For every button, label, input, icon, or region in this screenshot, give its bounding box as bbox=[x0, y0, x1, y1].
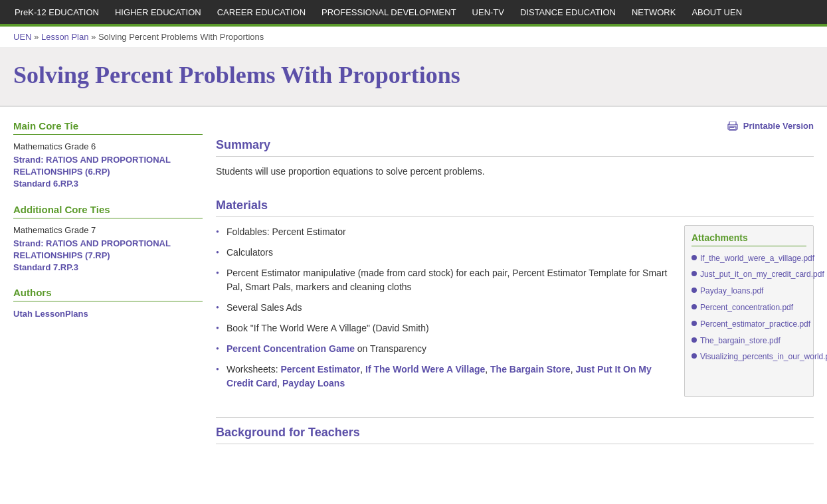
attachment-dot bbox=[691, 321, 697, 326]
attachment-dot bbox=[691, 337, 697, 343]
list-item: Book "If The World Were A Village" (Davi… bbox=[216, 321, 674, 335]
nav-item[interactable]: UEN-TV bbox=[464, 7, 512, 17]
nav-item[interactable]: HIGHER EDUCATION bbox=[107, 7, 209, 17]
list-item: Several Sales Ads bbox=[216, 301, 674, 315]
materials-section: Materials Foldables: Percent EstimatorCa… bbox=[216, 199, 814, 397]
additional-core-tie-grade: Mathematics Grade 7 bbox=[13, 225, 203, 235]
attachment-dot bbox=[691, 288, 697, 293]
author-link[interactable]: Utah LessonPlans bbox=[13, 308, 203, 320]
attachment-link[interactable]: Visualizing_percents_in_our_world.pdf bbox=[700, 351, 827, 363]
attachment-dot bbox=[691, 271, 697, 276]
list-item: Foldables: Percent Estimator bbox=[216, 225, 674, 239]
attachment-dot bbox=[691, 304, 697, 309]
list-item: Percent Estimator manipulative (made fro… bbox=[216, 266, 674, 294]
breadcrumb-current: Solving Percent Problems With Proportion… bbox=[98, 32, 264, 42]
attachment-link[interactable]: Just_put_it_on_my_credit_card.pdf bbox=[700, 269, 824, 280]
svg-rect-1 bbox=[729, 122, 736, 125]
additional-core-tie-standard-link[interactable]: Standard 7.RP.3 bbox=[13, 262, 203, 274]
attachment-item: Percent_estimator_practice.pdf bbox=[691, 319, 806, 330]
materials-link[interactable]: The Bargain Store bbox=[490, 364, 571, 375]
svg-rect-4 bbox=[730, 129, 735, 129]
nav-item[interactable]: ABOUT UEN bbox=[684, 7, 750, 17]
materials-list: Foldables: Percent EstimatorCalculatorsP… bbox=[216, 225, 674, 397]
background-for-teachers-header: Background for Teachers bbox=[216, 426, 814, 444]
attachment-link[interactable]: The_bargain_store.pdf bbox=[700, 335, 781, 347]
attachment-link[interactable]: Percent_concentration.pdf bbox=[700, 302, 793, 313]
attachments-box: Attachments If_the_world_were_a_village.… bbox=[684, 225, 814, 397]
attachment-item: The_bargain_store.pdf bbox=[691, 335, 806, 347]
summary-section: Summary Students will use proportion equ… bbox=[216, 138, 814, 179]
materials-link[interactable]: Percent Estimator bbox=[280, 364, 360, 375]
attachment-item: Visualizing_percents_in_our_world.pdf bbox=[691, 351, 806, 363]
printable-version-link[interactable]: Printable Version bbox=[727, 121, 814, 131]
nav-item[interactable]: CAREER EDUCATION bbox=[209, 7, 314, 17]
summary-header: Summary bbox=[216, 138, 814, 157]
top-navigation: PreK-12 EDUCATIONHIGHER EDUCATIONCAREER … bbox=[0, 0, 827, 24]
page-title: Solving Percent Problems With Proportion… bbox=[13, 61, 814, 89]
attachments-list: If_the_world_were_a_village.pdfJust_put_… bbox=[691, 253, 806, 363]
page-title-area: Solving Percent Problems With Proportion… bbox=[0, 48, 827, 107]
breadcrumb-lesson-plan-link[interactable]: Lesson Plan bbox=[41, 32, 89, 42]
attachment-item: Payday_loans.pdf bbox=[691, 286, 806, 297]
materials-header: Materials bbox=[216, 199, 814, 217]
main-core-tie-title: Main Core Tie bbox=[13, 120, 203, 135]
printable-version-label: Printable Version bbox=[743, 121, 814, 131]
nav-item[interactable]: PreK-12 EDUCATION bbox=[7, 7, 107, 17]
print-icon bbox=[727, 122, 738, 131]
svg-rect-2 bbox=[729, 127, 736, 130]
attachments-title: Attachments bbox=[691, 232, 806, 246]
nav-item[interactable]: NETWORK bbox=[624, 7, 684, 17]
attachment-link[interactable]: Percent_estimator_practice.pdf bbox=[700, 319, 810, 330]
sidebar: Main Core Tie Mathematics Grade 6 Strand… bbox=[13, 114, 203, 444]
content-area: Printable Version Summary Students will … bbox=[216, 114, 814, 444]
materials-link[interactable]: If The World Were A Village bbox=[365, 364, 485, 375]
authors-title: Authors bbox=[13, 287, 203, 301]
nav-item[interactable]: DISTANCE EDUCATION bbox=[512, 7, 624, 17]
list-item: Percent Concentration Game on Transparen… bbox=[216, 342, 674, 356]
svg-rect-3 bbox=[730, 127, 734, 128]
main-core-tie-strand-link[interactable]: Strand: RATIOS AND PROPORTIONAL RELATION… bbox=[13, 154, 203, 178]
attachment-item: Percent_concentration.pdf bbox=[691, 302, 806, 313]
materials-link[interactable]: Payday Loans bbox=[282, 378, 345, 388]
summary-text: Students will use proportion equations t… bbox=[216, 165, 814, 179]
breadcrumb-uen-link[interactable]: UEN bbox=[13, 32, 31, 42]
attachment-item: Just_put_it_on_my_credit_card.pdf bbox=[691, 269, 806, 280]
list-item: Calculators bbox=[216, 246, 674, 260]
main-core-tie-section: Main Core Tie Mathematics Grade 6 Strand… bbox=[13, 120, 203, 191]
additional-core-tie-strand-link[interactable]: Strand: RATIOS AND PROPORTIONAL RELATION… bbox=[13, 238, 203, 262]
main-core-tie-standard-link[interactable]: Standard 6.RP.3 bbox=[13, 178, 203, 190]
breadcrumb: UEN » Lesson Plan » Solving Percent Prob… bbox=[0, 27, 827, 48]
authors-section: Authors Utah LessonPlans bbox=[13, 287, 203, 320]
materials-container: Foldables: Percent EstimatorCalculatorsP… bbox=[216, 225, 814, 397]
materials-link[interactable]: Percent Concentration Game bbox=[227, 343, 355, 354]
attachment-link[interactable]: If_the_world_were_a_village.pdf bbox=[700, 253, 814, 264]
printable-bar: Printable Version bbox=[216, 117, 814, 138]
attachment-dot bbox=[691, 255, 697, 260]
nav-item[interactable]: PROFESSIONAL DEVELOPMENT bbox=[314, 7, 464, 17]
attachment-link[interactable]: Payday_loans.pdf bbox=[700, 286, 763, 297]
background-for-teachers-section: Background for Teachers bbox=[216, 417, 814, 444]
attachment-item: If_the_world_were_a_village.pdf bbox=[691, 253, 806, 264]
main-content-wrapper: Main Core Tie Mathematics Grade 6 Strand… bbox=[0, 107, 827, 458]
additional-core-ties-section: Additional Core Ties Mathematics Grade 7… bbox=[13, 204, 203, 274]
additional-core-ties-title: Additional Core Ties bbox=[13, 204, 203, 218]
main-core-tie-grade: Mathematics Grade 6 bbox=[13, 141, 203, 151]
attachment-dot bbox=[691, 353, 697, 359]
list-item: Worksheets: Percent Estimator, If The Wo… bbox=[216, 363, 674, 390]
